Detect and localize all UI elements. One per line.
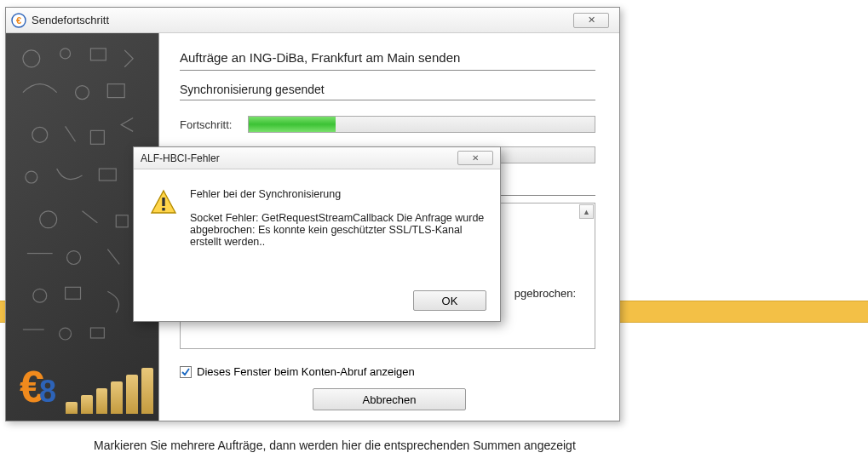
brand-eight-glyph: 8 (39, 374, 56, 410)
checkmark-icon (181, 368, 190, 376)
error-message: Socket Fehler: GetRequestStreamCallback … (190, 212, 485, 248)
dialog-header: Aufträge an ING-DiBa, Frankfurt am Main … (180, 50, 595, 71)
show-on-fetch-checkbox-row[interactable]: Dieses Fenster beim Konten-Abruf anzeige… (180, 365, 415, 378)
svg-rect-4 (90, 49, 106, 60)
error-titlebar[interactable]: ALF-HBCI-Fehler ✕ (134, 147, 500, 169)
svg-rect-15 (66, 287, 81, 299)
progress-row: Fortschritt: (180, 116, 595, 133)
dialog-titlebar[interactable]: € Sendefortschritt ✕ (6, 8, 619, 33)
error-headline: Fehler bei der Synchronisierung (190, 188, 485, 200)
progress-bar (248, 116, 595, 133)
coin-stacks-icon (66, 363, 153, 414)
checkbox-label: Dieses Fenster beim Konten-Abruf anzeige… (197, 365, 415, 378)
svg-point-5 (76, 86, 89, 100)
svg-point-2 (23, 50, 40, 67)
svg-rect-18 (162, 198, 164, 206)
svg-point-14 (33, 289, 47, 302)
checkbox[interactable] (180, 366, 192, 378)
svg-point-16 (60, 328, 72, 340)
svg-point-3 (60, 49, 71, 59)
svg-rect-8 (90, 130, 104, 144)
svg-rect-10 (99, 169, 116, 181)
scroll-up-button[interactable]: ▲ (579, 204, 594, 219)
svg-point-9 (26, 171, 37, 183)
error-close-button[interactable]: ✕ (457, 151, 493, 165)
error-dialog-title: ALF-HBCI-Fehler (141, 152, 220, 164)
ok-button[interactable]: OK (413, 290, 486, 311)
dialog-subheader: Synchronisierung gesendet (180, 83, 595, 100)
app-icon: € (11, 13, 26, 28)
error-dialog: ALF-HBCI-Fehler ✕ Fehler bei der Synchro… (133, 146, 501, 322)
progress-label: Fortschritt: (180, 118, 248, 131)
close-button[interactable]: ✕ (573, 13, 609, 28)
svg-point-7 (32, 127, 48, 142)
svg-point-13 (67, 251, 81, 265)
svg-text:€: € (16, 15, 21, 26)
warning-icon (149, 188, 178, 217)
svg-rect-17 (90, 328, 104, 338)
svg-rect-12 (116, 215, 128, 227)
log-visible-text: pgebrochen: (514, 287, 576, 300)
brand-logo: € 8 (20, 361, 56, 412)
error-text-block: Fehler bei der Synchronisierung Socket F… (190, 188, 485, 260)
cancel-button[interactable]: Abbrechen (313, 388, 466, 410)
svg-point-11 (40, 211, 57, 228)
svg-rect-19 (162, 208, 164, 210)
progress-fill (249, 117, 336, 132)
dialog-title: Sendefortschritt (32, 14, 109, 26)
svg-rect-6 (107, 84, 124, 98)
footer-hint-text: Markieren Sie mehrere Aufträge, dann wer… (94, 438, 576, 452)
